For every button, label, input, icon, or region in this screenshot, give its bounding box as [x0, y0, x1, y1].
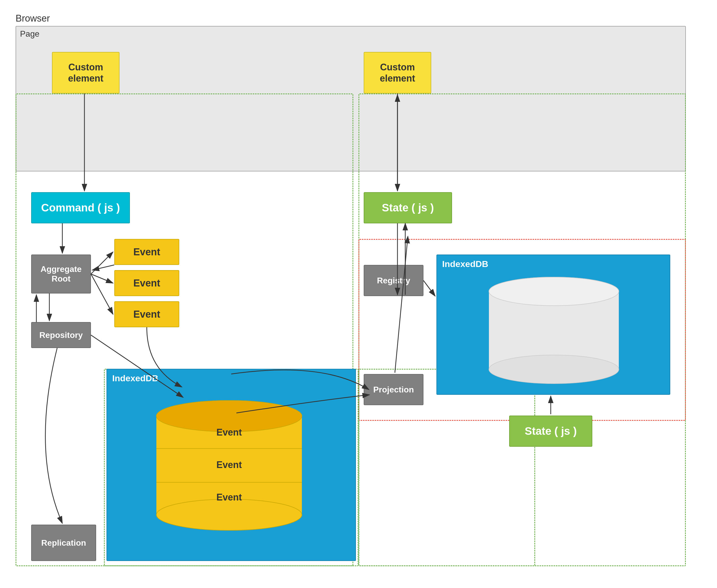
registry-box: Registry: [364, 265, 424, 296]
svg-point-2: [157, 499, 302, 530]
indexeddb-left-label: IndexedDB: [112, 373, 159, 383]
replication-box: Replication: [31, 525, 96, 561]
state-js-top-box: State ( js ): [364, 192, 452, 223]
svg-text:Event: Event: [217, 492, 242, 503]
svg-point-12: [489, 277, 619, 306]
event-box-1: Event: [114, 239, 179, 265]
aggregate-root-box: Aggregate Root: [31, 254, 91, 293]
svg-text:Event: Event: [217, 427, 242, 438]
diagram-container: Browser Page Custom element Custom eleme…: [11, 10, 706, 582]
indexeddb-right-box: IndexedDB: [436, 254, 670, 395]
event-box-2: Event: [114, 270, 179, 296]
indexeddb-left-box: IndexedDB Event Event Event: [106, 369, 356, 561]
custom-element-1: Custom element: [52, 52, 120, 93]
projection-box: Projection: [364, 374, 424, 405]
page-label: Page: [20, 29, 40, 39]
indexeddb-right-cylinder: [468, 271, 640, 385]
indexeddb-left-cylinder: Event Event Event: [133, 390, 325, 546]
state-js-bottom-box: State ( js ): [509, 416, 592, 447]
indexeddb-right-label: IndexedDB: [442, 259, 488, 269]
svg-point-11: [489, 355, 619, 384]
event-box-3: Event: [114, 301, 179, 327]
svg-text:Event: Event: [217, 459, 242, 470]
repository-box: Repository: [31, 322, 91, 348]
command-js-box: Command ( js ): [31, 192, 130, 223]
custom-element-2: Custom element: [364, 52, 431, 93]
browser-label: Browser: [16, 13, 50, 24]
